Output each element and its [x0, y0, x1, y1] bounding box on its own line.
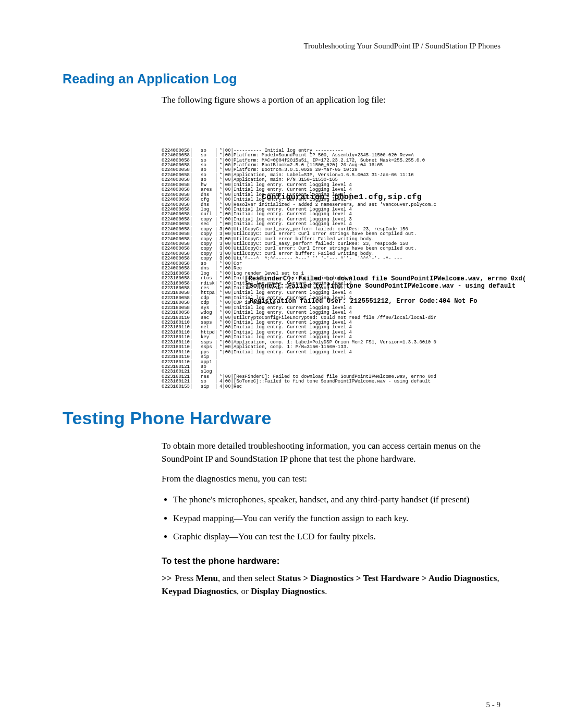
application-log-figure: Configuration: phone1.cfg,sip.cfg [ResFi…: [162, 114, 500, 390]
step-display: Display Diagnostics: [251, 586, 325, 596]
test-hardware-subhead: To test the phone hardware:: [162, 556, 500, 566]
test-hardware-step: >>Press Menu, and then select Status > D…: [162, 572, 500, 598]
diagnostics-item-microphones: The phone's microphones, speaker, handse…: [173, 493, 500, 507]
step-keypad: Keypad Diagnostics: [162, 586, 237, 596]
diagnostics-item-keypad: Keypad mapping—You can verify the functi…: [173, 512, 500, 525]
diagnostics-list: The phone's microphones, speaker, handse…: [162, 493, 500, 544]
log-message: 4|00|Rec: [219, 385, 242, 389]
log-annotation-registration: Registration failed User: 2125551212, Er…: [250, 298, 478, 305]
log-annotation-sotone: [SoToneC]::Failed to find tone SoundPoin…: [246, 283, 516, 290]
log-annotation-config: Configuration: phone1.cfg,sip.cfg: [262, 193, 422, 202]
step-text-4: , or: [237, 586, 251, 596]
log-annotation-resfinder: [ResFinderC]: Failed to download file So…: [244, 276, 526, 282]
log-module: sip |: [201, 385, 219, 389]
step-text-3: ,: [497, 573, 499, 583]
log-message: 4|00|[SoToneC]::Failed to find tone Soun…: [219, 379, 431, 384]
step-text-1: Press: [175, 573, 195, 583]
step-text-2: , and then select: [218, 573, 277, 583]
step-text-5: .: [325, 586, 327, 596]
page-header: Troubleshooting Your SoundPoint IP / Sou…: [63, 42, 500, 51]
diagnostics-item-display: Graphic display—You can test the LCD for…: [173, 530, 500, 544]
step-path: Status > Diagnostics > Test Hardware > A…: [277, 573, 497, 583]
section-testing-hardware-title: Testing Phone Hardware: [63, 408, 500, 428]
log-timestamp: 0223160153|: [162, 385, 201, 389]
reading-log-intro: The following figure shows a portion of …: [162, 94, 500, 107]
log-line: 0223160153|sip |4|00|Rec: [162, 385, 500, 389]
testing-hardware-p1: To obtain more detailed troubleshooting …: [162, 440, 500, 465]
page-footer: 5 - 9: [486, 700, 501, 709]
log-message: *|00|Initial log entry. Current logging …: [219, 350, 352, 355]
log-message: 3|00|Uti'^---^ ^:^^------ ^---' '' '-'--…: [219, 256, 402, 261]
document-page: Troubleshooting Your SoundPoint IP / Sou…: [0, 0, 563, 728]
testing-hardware-p2: From the diagnostics menu, you can test:: [162, 473, 500, 486]
step-arrow: >>: [162, 573, 172, 583]
section-reading-log-title: Reading an Application Log: [63, 71, 500, 87]
step-menu: Menu: [196, 573, 218, 583]
